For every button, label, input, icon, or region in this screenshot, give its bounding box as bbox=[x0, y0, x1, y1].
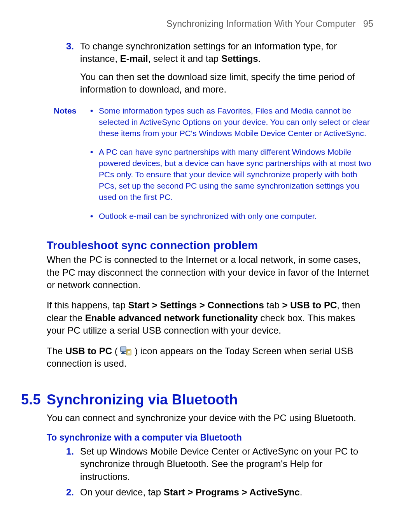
step-number: 1. bbox=[66, 445, 80, 483]
section-number: 5.5 bbox=[21, 392, 47, 408]
step-3-continue: You can then set the download size limit… bbox=[80, 71, 373, 96]
step-number: 3. bbox=[66, 40, 80, 65]
step-number: 2. bbox=[66, 486, 80, 499]
running-head: Synchronizing Information With Your Comp… bbox=[47, 19, 373, 29]
note-item: Outlook e-mail can be synchronized with … bbox=[89, 211, 373, 222]
usb-to-pc-icon bbox=[120, 346, 132, 356]
svg-rect-0 bbox=[121, 347, 126, 352]
section-5-5-intro: You can connect and synchronize your dev… bbox=[47, 412, 373, 424]
manual-page: Synchronizing Information With Your Comp… bbox=[0, 0, 420, 516]
troubleshoot-p3: The USB to PC ( ) icon appears on the To… bbox=[47, 345, 373, 370]
notes-label: Notes bbox=[47, 105, 89, 230]
troubleshoot-p3-pre: The USB to PC ( bbox=[47, 346, 120, 356]
section-5-5-heading: 5.5Synchronizing via Bluetooth bbox=[21, 392, 373, 408]
troubleshoot-p1: When the PC is connected to the Internet… bbox=[47, 254, 373, 291]
bt-step-2: 2. On your device, tap Start > Programs … bbox=[66, 486, 373, 499]
svg-rect-1 bbox=[122, 352, 124, 353]
section-title: Synchronizing via Bluetooth bbox=[47, 392, 238, 408]
page-number: 95 bbox=[363, 19, 373, 29]
bt-step-1: 1. Set up Windows Mobile Device Center o… bbox=[66, 445, 373, 483]
svg-rect-4 bbox=[128, 350, 130, 353]
note-item: Some information types such as Favorites… bbox=[89, 105, 373, 139]
running-head-title: Synchronizing Information With Your Comp… bbox=[166, 19, 356, 29]
step-body: On your device, tap Start > Programs > A… bbox=[80, 486, 302, 499]
subheading-troubleshoot: Troubleshoot sync connection problem bbox=[47, 239, 373, 252]
note-item: A PC can have sync partnerships with man… bbox=[89, 147, 373, 203]
step-body: Set up Windows Mobile Device Center or A… bbox=[80, 445, 373, 483]
troubleshoot-p2: If this happens, tap Start > Settings > … bbox=[47, 299, 373, 337]
step-body: To change synchronization settings for a… bbox=[80, 40, 373, 65]
notes-list: Some information types such as Favorites… bbox=[89, 105, 373, 230]
notes-block: Notes Some information types such as Fav… bbox=[47, 105, 373, 230]
svg-rect-2 bbox=[121, 353, 126, 354]
step-3: 3. To change synchronization settings fo… bbox=[66, 40, 373, 65]
task-title-bluetooth: To synchronize with a computer via Bluet… bbox=[47, 432, 373, 443]
